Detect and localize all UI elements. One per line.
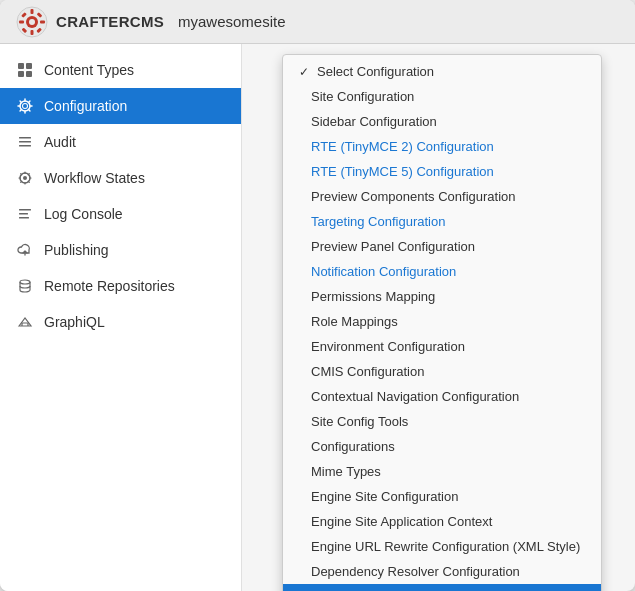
svg-rect-5 [19,20,24,23]
site-name: myawesomesite [178,13,286,30]
gear-icon [16,97,34,115]
dropdown-item-aws-profiles[interactable]: AWS Profiles [283,584,601,591]
svg-point-2 [29,19,35,25]
dropdown-item-label: RTE (TinyMCE 2) Configuration [311,139,494,154]
crafter-logo-icon [16,6,48,38]
content-area: Select ConfigurationSite ConfigurationSi… [242,44,635,591]
svg-rect-11 [18,63,24,69]
dropdown-item-label: Contextual Navigation Configuration [311,389,519,404]
dropdown-item-label: Preview Components Configuration [311,189,516,204]
sidebar-item-workflow-states[interactable]: Workflow States [0,160,241,196]
dropdown-item-label: Engine Site Configuration [311,489,458,504]
app-window: CRAFTERCMS myawesomesite Content Types [0,0,635,591]
sidebar-item-log-console[interactable]: Log Console [0,196,241,232]
sidebar: Content Types Configuration [0,44,242,591]
dropdown-item-label: Configurations [311,439,395,454]
graphiql-icon [16,313,34,331]
sidebar-item-workflow-states-label: Workflow States [44,170,145,186]
dropdown-item-preview-panel[interactable]: Preview Panel Configuration [283,234,601,259]
dropdown-item-label: Role Mappings [311,314,398,329]
sidebar-item-configuration[interactable]: Configuration [0,88,241,124]
dropdown-item-contextual-nav[interactable]: Contextual Navigation Configuration [283,384,601,409]
sidebar-item-audit[interactable]: Audit [0,124,241,160]
svg-rect-23 [19,209,31,211]
svg-point-22 [23,176,27,180]
svg-point-26 [20,280,30,284]
dropdown-item-label: Engine URL Rewrite Configuration (XML St… [311,539,580,554]
sidebar-item-configuration-label: Configuration [44,98,127,114]
app-name: CRAFTERCMS [56,13,164,30]
dropdown-item-select-configuration[interactable]: Select Configuration [283,59,601,84]
log-icon [16,205,34,223]
sidebar-item-log-console-label: Log Console [44,206,123,222]
dropdown-item-label: Site Configuration [311,89,414,104]
svg-rect-3 [31,9,34,14]
dropdown-item-label: Site Config Tools [311,414,408,429]
dropdown-item-label: Preview Panel Configuration [311,239,475,254]
svg-rect-20 [19,145,31,147]
list-icon [16,133,34,151]
cloud-icon [16,241,34,259]
dropdown-item-preview-components[interactable]: Preview Components Configuration [283,184,601,209]
sidebar-item-audit-label: Audit [44,134,76,150]
dropdown-item-label: Mime Types [311,464,381,479]
svg-rect-19 [19,141,31,143]
dropdown-item-label: Sidebar Configuration [311,114,437,129]
dropdown-item-label: Permissions Mapping [311,289,435,304]
sidebar-item-graphiql-label: GraphiQL [44,314,105,330]
dropdown-item-environment[interactable]: Environment Configuration [283,334,601,359]
svg-rect-18 [19,137,31,139]
dropdown-item-site-config-tools[interactable]: Site Config Tools [283,409,601,434]
dropdown-item-mime-types[interactable]: Mime Types [283,459,601,484]
settings-icon [16,169,34,187]
svg-rect-4 [31,30,34,35]
sidebar-item-publishing-label: Publishing [44,242,109,258]
svg-rect-13 [18,71,24,77]
svg-rect-24 [19,213,28,215]
dropdown-item-label: Environment Configuration [311,339,465,354]
sidebar-item-remote-repositories[interactable]: Remote Repositories [0,268,241,304]
database-icon [16,277,34,295]
dropdown-item-label: Notification Configuration [311,264,456,279]
dropdown-item-permissions-mapping[interactable]: Permissions Mapping [283,284,601,309]
dropdown-item-notification[interactable]: Notification Configuration [283,259,601,284]
title-bar: CRAFTERCMS myawesomesite [0,0,635,44]
dropdown-item-label: RTE (TinyMCE 5) Configuration [311,164,494,179]
dropdown-item-engine-site-app[interactable]: Engine Site Application Context [283,509,601,534]
dropdown-item-label: Engine Site Application Context [311,514,492,529]
dropdown-item-role-mappings[interactable]: Role Mappings [283,309,601,334]
dropdown-item-rte-tinymce2[interactable]: RTE (TinyMCE 2) Configuration [283,134,601,159]
grid-icon [16,61,34,79]
dropdown-item-label: Select Configuration [317,64,434,79]
dropdown-item-configurations[interactable]: Configurations [283,434,601,459]
dropdown-item-engine-site[interactable]: Engine Site Configuration [283,484,601,509]
sidebar-item-publishing[interactable]: Publishing [0,232,241,268]
svg-rect-12 [26,63,32,69]
svg-rect-14 [26,71,32,77]
dropdown-item-site-configuration[interactable]: Site Configuration [283,84,601,109]
configuration-dropdown: Select ConfigurationSite ConfigurationSi… [282,54,602,591]
dropdown-item-label: CMIS Configuration [311,364,424,379]
dropdown-item-label: Targeting Configuration [311,214,445,229]
sidebar-item-graphiql[interactable]: GraphiQL [0,304,241,340]
main-content: Content Types Configuration [0,44,635,591]
dropdown-item-targeting[interactable]: Targeting Configuration [283,209,601,234]
dropdown-item-rte-tinymce5[interactable]: RTE (TinyMCE 5) Configuration [283,159,601,184]
dropdown-item-label: Dependency Resolver Configuration [311,564,520,579]
sidebar-item-content-types[interactable]: Content Types [0,52,241,88]
dropdown-item-cmis[interactable]: CMIS Configuration [283,359,601,384]
dropdown-item-engine-url-rewrite[interactable]: Engine URL Rewrite Configuration (XML St… [283,534,601,559]
svg-point-17 [23,104,27,108]
svg-rect-6 [40,20,45,23]
app-logo-area: CRAFTERCMS myawesomesite [16,6,286,38]
sidebar-item-remote-repositories-label: Remote Repositories [44,278,175,294]
svg-rect-25 [19,217,29,219]
dropdown-item-dependency-resolver[interactable]: Dependency Resolver Configuration [283,559,601,584]
dropdown-item-sidebar-configuration[interactable]: Sidebar Configuration [283,109,601,134]
sidebar-item-content-types-label: Content Types [44,62,134,78]
